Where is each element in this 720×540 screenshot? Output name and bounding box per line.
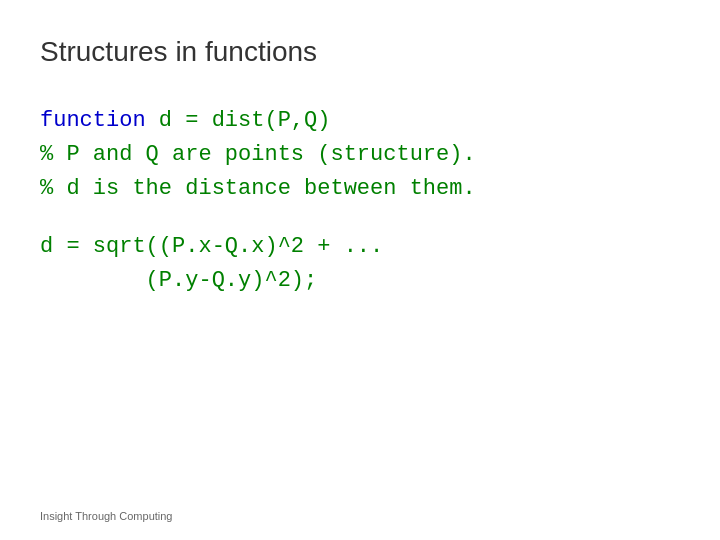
code-spacer [40,206,680,230]
keyword-function: function [40,108,146,133]
code-line-4: d = sqrt((P.x-Q.x)^2 + ... [40,230,680,264]
footer-text: Insight Through Computing [40,510,173,522]
code-line-1-rest: d = dist(P,Q) [146,108,331,133]
code-line-3: % d is the distance between them. [40,172,680,206]
slide-title: Structures in functions [40,36,680,68]
code-line-2: % P and Q are points (structure). [40,138,680,172]
slide: Structures in functions function d = dis… [0,0,720,540]
code-block: function d = dist(P,Q) % P and Q are poi… [40,104,680,298]
code-line-1: function d = dist(P,Q) [40,104,680,138]
code-line-5: (P.y-Q.y)^2); [40,264,680,298]
